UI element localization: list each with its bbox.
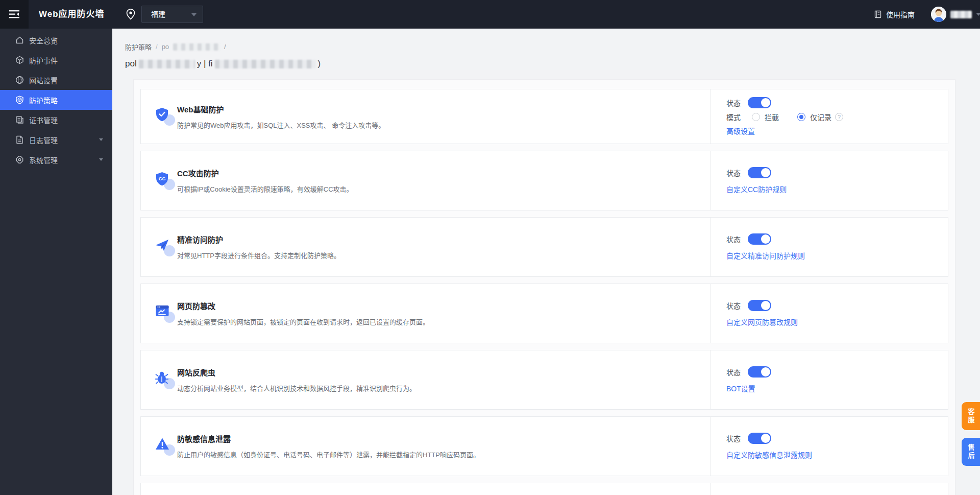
page-title-part2: y | fi — [197, 59, 213, 69]
card-description: 对常见HTTP字段进行条件组合。支持定制化防护策略。 — [177, 250, 340, 260]
cc-protection-icon: CC — [155, 171, 176, 191]
topbar: Web应用防火墙 福建 使用指南 — [0, 0, 980, 29]
mode-label: 模式 — [726, 112, 741, 122]
status-label: 状态 — [726, 168, 741, 178]
card-description: 防护常见的Web应用攻击，如SQL注入、XSS攻击、 命令注入攻击等。 — [177, 120, 385, 130]
breadcrumb-current-prefix: po — [162, 43, 169, 51]
breadcrumb: 防护策略 / po / — [125, 42, 226, 52]
help-icon[interactable]: ? — [835, 113, 843, 121]
breadcrumb-blurred-policy-name — [173, 43, 220, 51]
card-webpage-tamper-protection: 网页防篡改 支持锁定需要保护的网站页面，被锁定的页面在收到请求时，返回已设置的缓… — [140, 284, 948, 343]
hamburger-collapse-icon — [9, 10, 20, 19]
status-toggle[interactable] — [748, 233, 771, 245]
advanced-settings-link[interactable]: 高级设置 — [726, 126, 755, 136]
svg-text:CC: CC — [159, 176, 166, 181]
document-icon — [15, 135, 24, 144]
app-title: Web应用防火墙 — [39, 0, 105, 29]
sidebar-item-label: 日志管理 — [29, 135, 58, 145]
card-title: 网页防篡改 — [177, 300, 429, 311]
customer-service-button[interactable]: 客服 — [962, 402, 980, 430]
custom-cc-rules-link[interactable]: 自定义CC防护规则 — [726, 184, 787, 194]
radio-icon — [797, 113, 805, 121]
page-title-part3: ) — [318, 59, 321, 69]
precise-access-icon — [155, 237, 176, 257]
status-toggle[interactable] — [748, 433, 771, 444]
card-anti-crawler: 网站反爬虫 动态分析网站业务模型，结合人机识别技术和数据风控手段，精准识别爬虫行… — [140, 350, 948, 410]
bug-icon — [155, 371, 169, 385]
chevron-down-icon — [191, 13, 197, 16]
card-title: 网站反爬虫 — [177, 367, 416, 378]
policy-card-panel: Web基础防护 防护常见的Web应用攻击，如SQL注入、XSS攻击、 命令注入攻… — [133, 79, 955, 495]
card-description: 动态分析网站业务模型，结合人机识别技术和数据风控手段，精准识别爬虫行为。 — [177, 383, 416, 393]
breadcrumb-separator: / — [156, 43, 158, 51]
custom-sensitive-info-rules-link[interactable]: 自定义防敏感信息泄露规则 — [726, 450, 812, 460]
page-title-blurred-1 — [139, 60, 195, 68]
sidebar-item-label: 系统管理 — [29, 155, 58, 165]
mode-radio-log-only[interactable]: 仅记录 — [797, 112, 831, 122]
paper-plane-icon — [155, 238, 169, 252]
avatar — [931, 7, 946, 22]
sidebar-item-protection-events[interactable]: 防护事件 — [0, 50, 112, 70]
sidebar-item-protection-policy[interactable]: 防护策略 — [0, 90, 112, 110]
location-pin-icon — [126, 9, 136, 22]
sidebar-item-certificate-management[interactable]: 证书管理 — [0, 110, 112, 130]
warning-triangle-icon — [155, 437, 169, 451]
page-title-blurred-2 — [215, 60, 316, 68]
mode-radio-block[interactable]: 拦截 — [752, 112, 779, 122]
radio-icon — [752, 113, 760, 121]
cube-icon — [15, 56, 24, 64]
region-selected-value: 福建 — [151, 10, 165, 18]
breadcrumb-current-suffix: / — [224, 43, 226, 51]
user-guide-label: 使用指南 — [886, 9, 915, 19]
status-label: 状态 — [726, 367, 741, 377]
status-label: 状态 — [726, 234, 741, 244]
bot-settings-link[interactable]: BOT设置 — [726, 383, 755, 393]
sidebar-item-website-settings[interactable]: 网站设置 — [0, 70, 112, 90]
card-web-basic-protection: Web基础防护 防护常见的Web应用攻击，如SQL注入、XSS攻击、 命令注入攻… — [140, 89, 948, 144]
sidebar-item-label: 安全总览 — [29, 35, 58, 45]
status-toggle[interactable] — [748, 167, 771, 178]
sensitive-info-icon — [155, 436, 176, 457]
home-icon — [15, 36, 24, 44]
sidebar-item-log-management[interactable]: 日志管理 — [0, 130, 112, 150]
card-description: 支持锁定需要保护的网站页面，被锁定的页面在收到请求时，返回已设置的缓存页面。 — [177, 317, 429, 326]
sidebar: 安全总览 防护事件 网站设置 防护策略 证书管理 日志管理 — [0, 29, 112, 495]
chevron-down-icon — [976, 13, 980, 16]
tamper-protection-icon — [155, 303, 176, 324]
browser-window-icon — [155, 304, 169, 318]
shield-cc-icon: CC — [155, 172, 169, 186]
page-title: pol y | fi ) — [125, 59, 321, 69]
sidebar-item-label: 证书管理 — [29, 115, 58, 125]
user-guide-link[interactable]: 使用指南 — [874, 0, 915, 29]
user-menu[interactable] — [931, 0, 980, 29]
sidebar-item-security-overview[interactable]: 安全总览 — [0, 30, 112, 50]
certificate-icon — [15, 115, 24, 124]
card-description: 可根据IP或Cookie设置灵活的限速策略，有效缓解CC攻击。 — [177, 184, 353, 194]
page-title-part1: pol — [125, 59, 137, 69]
status-label: 状态 — [726, 300, 741, 311]
breadcrumb-root-link[interactable]: 防护策略 — [125, 42, 152, 52]
card-title: Web基础防护 — [177, 104, 385, 114]
shield-check-icon — [155, 107, 169, 122]
sidebar-item-label: 防护事件 — [29, 55, 58, 65]
card-sensitive-info-leak-protection: 防敏感信息泄露 防止用户的敏感信息（如身份证号、电话号码、电子邮件等）泄露，并能… — [140, 416, 948, 476]
sidebar-item-label: 防护策略 — [29, 95, 58, 105]
custom-precise-access-rules-link[interactable]: 自定义精准访问防护规则 — [726, 250, 805, 261]
collapse-menu-button[interactable] — [0, 0, 29, 29]
card-title: CC攻击防护 — [177, 168, 353, 178]
shield-check-icon — [15, 96, 24, 104]
guide-document-icon — [874, 10, 882, 18]
custom-tamper-rules-link[interactable]: 自定义网页防篡改规则 — [726, 317, 798, 327]
status-toggle[interactable] — [748, 300, 771, 311]
globe-icon — [15, 76, 24, 84]
sidebar-item-system-management[interactable]: 系统管理 — [0, 150, 112, 170]
chevron-down-icon — [99, 138, 103, 141]
web-basic-protection-icon — [155, 106, 176, 127]
status-toggle[interactable] — [748, 97, 771, 108]
status-toggle[interactable] — [748, 366, 771, 378]
card-partial-next — [140, 483, 948, 495]
after-sales-button[interactable]: 售后 — [962, 438, 980, 466]
status-label: 状态 — [726, 433, 741, 443]
region-select[interactable]: 福建 — [141, 6, 203, 23]
card-cc-attack-protection: CC CC攻击防护 可根据IP或Cookie设置灵活的限速策略，有效缓解CC攻击… — [140, 151, 948, 210]
